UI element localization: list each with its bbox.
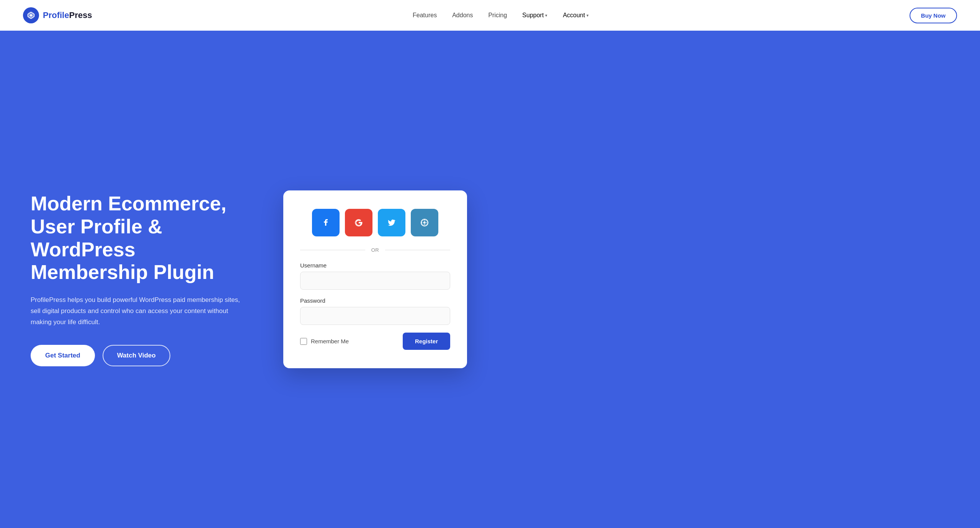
nav-item-account[interactable]: Account ▾ [563,12,589,19]
chevron-down-icon: ▾ [545,13,547,18]
password-field-group: Password [300,297,450,325]
or-divider: OR [300,247,450,253]
hero-content: Modern Ecommerce, User Profile & WordPre… [31,192,279,366]
hero-buttons: Get Started Watch Video [31,345,256,366]
username-input[interactable] [300,272,450,290]
divider-line-right [385,250,450,250]
chevron-down-icon-account: ▾ [586,13,589,18]
buy-now-button[interactable]: Buy Now [910,8,957,23]
navbar: ProfilePress Features Addons Pricing Sup… [0,0,980,31]
divider-label: OR [371,247,379,253]
svg-point-1 [30,15,32,16]
nav-item-pricing[interactable]: Pricing [488,12,507,19]
nav-link-pricing[interactable]: Pricing [488,12,507,18]
nav-link-account: Account [563,12,585,19]
nav-link-addons[interactable]: Addons [452,12,473,18]
watch-video-button[interactable]: Watch Video [103,345,170,366]
nav-dropdown-support[interactable]: Support ▾ [522,12,547,19]
wordpress-login-button[interactable] [411,209,438,236]
hero-section: Modern Ecommerce, User Profile & WordPre… [0,31,980,528]
nav-dropdown-account[interactable]: Account ▾ [563,12,589,19]
get-started-button[interactable]: Get Started [31,345,95,366]
hero-description: ProfilePress helps you build powerful Wo… [31,295,245,328]
remember-me-checkbox[interactable] [300,338,307,345]
facebook-login-button[interactable] [312,209,340,236]
svg-point-3 [423,221,426,224]
nav-item-features[interactable]: Features [413,12,437,19]
nav-link-support: Support [522,12,544,19]
nav-link-features[interactable]: Features [413,12,437,18]
password-label: Password [300,297,450,304]
social-login-buttons [300,209,450,236]
nav-menu: Features Addons Pricing Support ▾ Accoun… [413,12,589,19]
nav-item-support[interactable]: Support ▾ [522,12,547,19]
username-label: Username [300,262,450,269]
register-button[interactable]: Register [403,333,450,350]
password-input[interactable] [300,307,450,325]
login-card: OR Username Password Remember Me Registe… [283,190,467,368]
logo-text: ProfilePress [43,10,92,20]
twitter-login-button[interactable] [378,209,405,236]
logo-icon [23,7,39,23]
username-field-group: Username [300,262,450,290]
google-login-button[interactable] [345,209,372,236]
form-footer: Remember Me Register [300,333,450,350]
logo-link[interactable]: ProfilePress [23,7,92,23]
nav-item-addons[interactable]: Addons [452,12,473,19]
remember-me-text: Remember Me [311,338,349,344]
remember-me-label[interactable]: Remember Me [300,338,349,345]
login-card-area: OR Username Password Remember Me Registe… [279,190,471,368]
hero-title: Modern Ecommerce, User Profile & WordPre… [31,192,256,284]
divider-line-left [300,250,365,250]
